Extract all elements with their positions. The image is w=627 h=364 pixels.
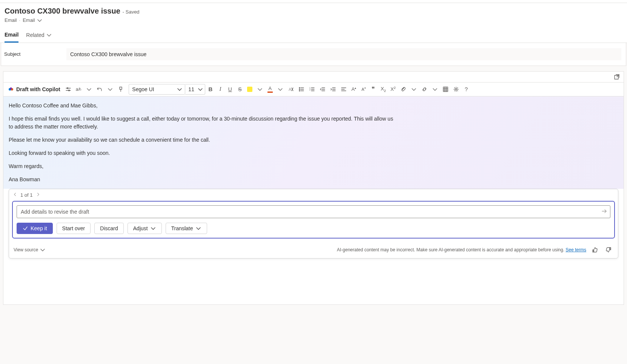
- undo-dropdown[interactable]: [105, 84, 115, 95]
- body-paragraph: Please let me know your availability so …: [9, 136, 397, 144]
- popout-button[interactable]: [614, 74, 620, 81]
- keep-it-button[interactable]: Keep it: [17, 223, 53, 234]
- editor-toolbar: Draft with Copilot aあ Segoe UI 11 B I U …: [3, 82, 624, 96]
- help-button[interactable]: ?: [462, 84, 471, 95]
- svg-point-38: [455, 89, 457, 90]
- draft-label: Draft with Copilot: [16, 86, 60, 92]
- breadcrumb: Email · Email: [5, 17, 43, 23]
- chevron-down-icon: [86, 86, 92, 92]
- strikethrough-button[interactable]: S: [235, 84, 244, 95]
- adjust-button[interactable]: Adjust: [128, 223, 162, 234]
- link-icon: [421, 86, 427, 92]
- svg-rect-33: [443, 87, 448, 92]
- settings-button[interactable]: [451, 84, 461, 95]
- table-button[interactable]: [441, 84, 450, 95]
- tab-email[interactable]: Email: [5, 29, 18, 43]
- chevron-down-icon: [411, 86, 417, 92]
- body-paragraph: Looking forward to speaking with you soo…: [9, 149, 397, 157]
- indent-button[interactable]: [328, 84, 338, 95]
- breadcrumb-item-dropdown[interactable]: Email: [23, 17, 43, 23]
- chevron-down-icon: [257, 86, 263, 92]
- chevron-down-icon: [37, 17, 43, 23]
- body-paragraph: Ana Bowman: [9, 176, 397, 184]
- font-color-dropdown[interactable]: [275, 84, 285, 95]
- chevron-down-icon: [195, 225, 201, 231]
- email-body[interactable]: Hello Contoso Coffee and Mae Gibbs, I ho…: [3, 96, 624, 189]
- chevron-right-icon: [36, 192, 40, 197]
- translate-button[interactable]: Translate: [166, 223, 207, 234]
- font-family-select[interactable]: Segoe UI: [129, 84, 185, 95]
- button-label: Translate: [171, 225, 193, 231]
- subscript-button[interactable]: X2: [379, 84, 388, 95]
- page-title: Contoso CX300 brewvalve issue: [5, 7, 120, 15]
- attach-button[interactable]: [398, 84, 408, 95]
- highlight-icon: [247, 87, 252, 92]
- breadcrumb-label: Email: [23, 17, 35, 23]
- language-dropdown[interactable]: [84, 84, 94, 95]
- pager-next[interactable]: [36, 192, 40, 198]
- undo-icon: [97, 86, 103, 92]
- link-button[interactable]: [420, 84, 429, 95]
- thumbs-up-button[interactable]: [590, 245, 600, 255]
- button-label: Adjust: [133, 225, 148, 231]
- thumbs-up-icon: [592, 247, 598, 253]
- pager-prev[interactable]: [13, 192, 17, 198]
- chevron-down-icon: [432, 86, 438, 92]
- copilot-settings-button[interactable]: [63, 84, 73, 95]
- discard-button[interactable]: Discard: [94, 223, 123, 234]
- number-list-button[interactable]: 12: [307, 84, 317, 95]
- copilot-action-box: Keep it Start over Discard Adjust Transl…: [12, 201, 615, 239]
- svg-point-4: [10, 87, 12, 89]
- align-button[interactable]: [339, 84, 349, 95]
- chevron-down-icon: [197, 86, 203, 92]
- italic-button[interactable]: I: [216, 84, 225, 95]
- gear-icon: [453, 86, 459, 92]
- language-button[interactable]: aあ: [74, 84, 84, 95]
- table-icon: [443, 86, 449, 92]
- highlight-dropdown[interactable]: [255, 84, 265, 95]
- tab-related[interactable]: Related: [26, 29, 52, 43]
- bullet-list-icon: [298, 86, 304, 92]
- bold-button[interactable]: B: [206, 84, 215, 95]
- highlight-button[interactable]: [245, 84, 254, 95]
- font-size-select[interactable]: 11: [185, 84, 205, 95]
- breadcrumb-item[interactable]: Email: [5, 17, 17, 23]
- font-color-button[interactable]: A: [266, 84, 275, 95]
- link-dropdown[interactable]: [430, 84, 440, 95]
- chevron-down-icon: [46, 32, 52, 38]
- outdent-button[interactable]: [318, 84, 327, 95]
- underline-button[interactable]: U: [226, 84, 235, 95]
- copilot-draft-panel: 1 of 1 Keep it Start over Discard Adjust: [9, 189, 618, 258]
- draft-pager: 1 of 1: [9, 189, 618, 201]
- tab-label: Related: [26, 32, 44, 38]
- font-color-icon: A: [267, 86, 273, 93]
- button-label: Keep it: [31, 225, 47, 231]
- undo-button[interactable]: [95, 84, 104, 95]
- subject-input[interactable]: [66, 48, 621, 60]
- clear-format-icon: A: [288, 86, 294, 92]
- svg-line-1: [617, 75, 619, 77]
- arrow-right-icon: [601, 208, 607, 214]
- start-over-button[interactable]: Start over: [57, 223, 91, 234]
- increase-font-button[interactable]: A▴: [349, 84, 358, 95]
- draft-with-copilot-button[interactable]: Draft with Copilot: [6, 84, 63, 95]
- page-header: Contoso CX300 brewvalve issue - Saved Em…: [0, 3, 627, 43]
- save-status: - Saved: [123, 9, 140, 15]
- attach-dropdown[interactable]: [409, 84, 419, 95]
- format-painter-button[interactable]: [116, 84, 126, 95]
- paintbrush-icon: [118, 86, 124, 92]
- chevron-left-icon: [13, 192, 17, 197]
- clear-format-button[interactable]: A: [286, 84, 296, 95]
- view-source-label: View source: [14, 247, 38, 252]
- thumbs-down-button[interactable]: [604, 245, 613, 255]
- see-terms-link[interactable]: See terms: [566, 247, 586, 252]
- submit-revise-button[interactable]: [601, 208, 607, 215]
- revise-input[interactable]: [17, 205, 610, 218]
- superscript-button[interactable]: X2: [389, 84, 398, 95]
- decrease-font-button[interactable]: A▾: [359, 84, 368, 95]
- view-source-button[interactable]: View source: [14, 247, 46, 253]
- blockquote-button[interactable]: ❞: [369, 84, 378, 95]
- chevron-down-icon: [177, 86, 183, 92]
- email-editor-card: Draft with Copilot aあ Segoe UI 11 B I U …: [3, 71, 624, 305]
- bullet-list-button[interactable]: [297, 84, 306, 95]
